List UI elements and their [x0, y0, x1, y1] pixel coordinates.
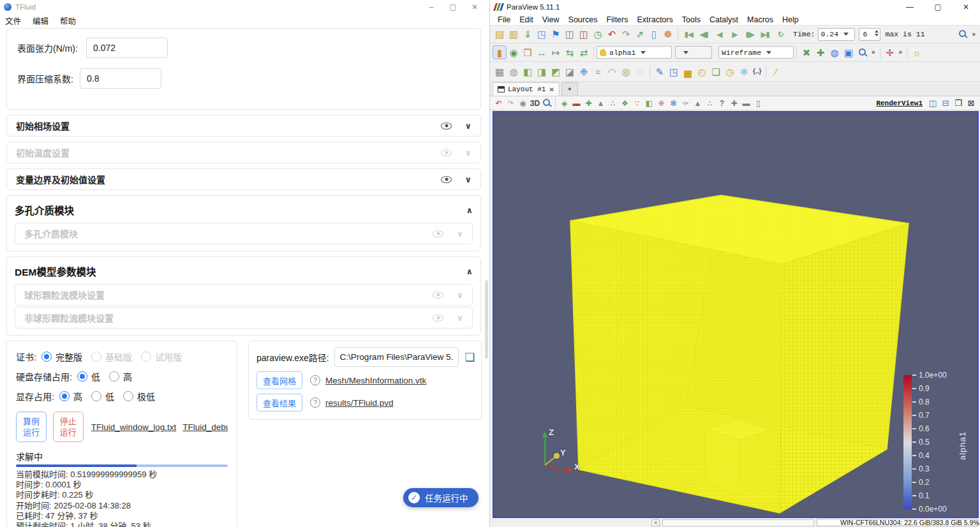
radio-selected-icon[interactable] — [41, 352, 52, 362]
history-icon[interactable]: ◷ — [591, 27, 605, 41]
menu-filters[interactable]: Filters — [602, 15, 632, 24]
color-palette-flag-icon[interactable]: ⚑ — [549, 27, 563, 41]
glyph-icon[interactable]: ❉ — [577, 64, 591, 78]
save-data-icon[interactable]: ▥ — [507, 27, 521, 41]
menu-tools[interactable]: Tools — [678, 15, 704, 24]
run-case-button[interactable]: 算例 运行 — [16, 412, 47, 442]
porous-media-header[interactable]: 多孔介质模块 ∧ — [15, 198, 473, 221]
stream-tracer-icon[interactable]: ≈ — [591, 64, 605, 78]
mesh-file-link[interactable]: Mesh/MeshInformation.vtk — [325, 376, 426, 385]
group-datasets-icon[interactable]: ◎ — [619, 64, 633, 78]
modify-selection-icon[interactable]: ✚ — [583, 97, 595, 109]
menu-catalyst[interactable]: Catalyst — [706, 15, 742, 24]
radio-icon[interactable] — [109, 371, 119, 382]
abort-progress-icon[interactable]: ✕ — [651, 519, 660, 526]
menu-extractors[interactable]: Extractors — [633, 15, 676, 24]
select-tri-icon[interactable]: ▲ — [692, 97, 704, 109]
eye-icon[interactable] — [441, 122, 452, 130]
license-full-option[interactable]: 完整版 — [41, 350, 82, 363]
close-view-icon[interactable]: ⊠ — [965, 98, 977, 109]
result-file-link[interactable]: results/TFluid.pvd — [325, 398, 394, 408]
spinbox-arrows[interactable] — [875, 30, 879, 36]
color-legend-bar[interactable] — [903, 375, 912, 509]
menu-sources[interactable]: Sources — [565, 15, 602, 24]
remove-view-icon[interactable]: ▬ — [740, 97, 752, 109]
interactive-select-points-icon[interactable]: ❇ — [667, 97, 679, 109]
last-frame-icon[interactable]: ▶▮ — [757, 27, 773, 41]
zoom-view-icon[interactable] — [543, 99, 550, 106]
close-icon[interactable]: ✕ — [952, 1, 980, 14]
compression-coeff-input[interactable] — [80, 68, 161, 89]
select-points-polygon-icon[interactable]: ∵ — [631, 97, 643, 109]
rescale-temporal-range-icon[interactable]: ⇆ — [563, 45, 577, 59]
license-basic-option[interactable]: 基础版 — [91, 350, 132, 363]
minimize-icon[interactable]: – — [420, 1, 442, 13]
menu-file[interactable]: 文件 — [5, 15, 21, 27]
view-mesh-button[interactable]: 查看网格 — [256, 371, 302, 389]
color-map-palette-icon[interactable]: ❁ — [661, 27, 675, 41]
view-3d-toggle[interactable]: 3D — [529, 97, 541, 109]
radio-selected-icon[interactable] — [77, 371, 87, 382]
help-icon[interactable]: ? — [310, 397, 320, 408]
paraview-path-input[interactable] — [334, 347, 459, 367]
select-cells-on-icon[interactable]: ◈ — [558, 97, 570, 109]
reset-camera-icon[interactable]: ✖ — [799, 45, 813, 59]
frame-spinbox[interactable]: 6 — [859, 28, 880, 41]
help-icon[interactable]: ? — [310, 375, 320, 385]
rescale-custom-range-icon[interactable]: ↦ — [549, 45, 563, 59]
zoom-time-icon[interactable] — [959, 30, 966, 37]
disk-low-option[interactable]: 低 — [77, 370, 100, 383]
toggle-color-legend-icon[interactable]: ▮ — [493, 45, 507, 59]
plot-over-line-icon[interactable]: ◴ — [695, 64, 709, 78]
auto-apply-icon[interactable]: ⇗ — [633, 27, 647, 41]
eye-icon[interactable] — [433, 292, 443, 299]
chevron-down-icon[interactable]: ∨ — [464, 149, 471, 157]
probe-location-icon[interactable]: ✎ — [653, 64, 667, 78]
server-connect-icon[interactable]: ◫ — [563, 27, 577, 41]
initial-temperature-bar[interactable]: 初始温度设置 ∨ — [6, 142, 481, 163]
radio-selected-icon[interactable] — [59, 391, 70, 401]
zoom-closest-icon[interactable]: ▣ — [842, 45, 856, 59]
toolbar-overflow-icon[interactable]: » — [970, 27, 977, 41]
axes-overflow-icon[interactable]: » — [897, 45, 905, 59]
menu-view[interactable]: View — [538, 15, 563, 24]
menu-file[interactable]: File — [494, 15, 514, 24]
select-points-rect-icon[interactable]: ∴ — [607, 97, 619, 109]
slice-icon[interactable]: ◨ — [535, 64, 549, 78]
ruler-icon[interactable]: ∕ — [769, 64, 783, 78]
debug-log-link[interactable]: TFluid_debug_log.txt — [182, 422, 228, 432]
first-frame-icon[interactable]: ▮◀ — [681, 27, 696, 41]
chevron-down-icon[interactable]: ∨ — [464, 122, 471, 130]
time-value-combo[interactable]: 0.24 — [818, 28, 855, 41]
previous-frame-icon[interactable]: ◀▮ — [696, 27, 711, 41]
vram-low-option[interactable]: 低 — [91, 390, 114, 403]
capture-screenshot-icon[interactable]: ◳ — [535, 27, 549, 41]
surface-tension-input[interactable] — [86, 38, 168, 58]
undo-icon[interactable]: ↶ — [605, 27, 619, 41]
new-layout-tab[interactable]: + — [561, 82, 578, 96]
chevron-down-icon[interactable]: ∨ — [456, 230, 463, 238]
next-frame-icon[interactable]: ▮▶ — [742, 27, 757, 41]
radio-icon[interactable] — [123, 391, 133, 401]
loop-icon[interactable]: ↻ — [773, 27, 788, 41]
menu-help[interactable]: Help — [778, 15, 803, 24]
license-trial-option[interactable]: 试用版 — [141, 350, 182, 363]
separate-color-map-icon[interactable]: ❒ — [521, 45, 535, 59]
interactive-select-cells-icon[interactable]: ❈ — [655, 97, 667, 109]
dem-model-header[interactable]: DEM模型参数模块 ∧ — [15, 260, 473, 283]
eye-icon[interactable] — [433, 315, 443, 322]
calculator-icon[interactable]: ▦ — [493, 64, 507, 78]
center-axes-icon[interactable]: ✛ — [883, 45, 897, 59]
programmable-filter-icon[interactable]: {..} — [751, 64, 763, 78]
opacity-map-icon[interactable]: ▯ — [647, 27, 661, 41]
plot-selection-over-time-icon[interactable]: ❏ — [709, 64, 723, 78]
split-horizontal-icon[interactable]: ◫ — [926, 98, 939, 109]
open-file-icon[interactable]: ▤ — [493, 27, 507, 41]
disk-high-option[interactable]: 高 — [109, 370, 132, 383]
chevron-down-icon[interactable]: ∨ — [456, 314, 463, 322]
vram-high-option[interactable]: 高 — [59, 390, 82, 403]
camera-undo-icon[interactable]: ↶ — [493, 97, 505, 109]
zoom-to-box-icon[interactable] — [859, 48, 866, 56]
histogram-icon[interactable]: ▅ — [681, 64, 695, 78]
chevron-down-icon[interactable]: ∨ — [456, 291, 463, 299]
